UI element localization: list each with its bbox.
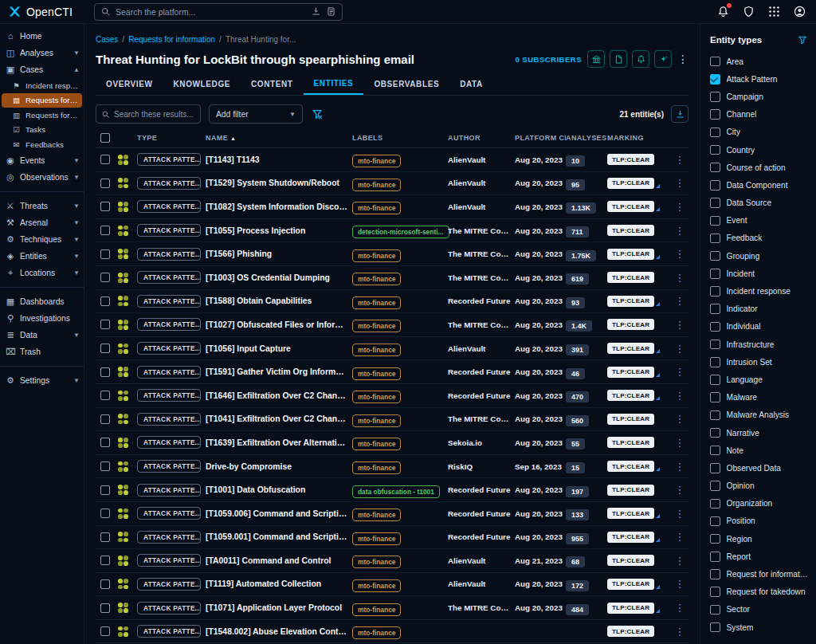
row-checkbox[interactable] (100, 626, 110, 636)
entity-type-checkbox[interactable] (710, 74, 720, 84)
row-menu-button[interactable]: ⋮ (673, 579, 687, 589)
entity-type-option-city[interactable]: City (710, 124, 808, 141)
entity-type-checkbox[interactable] (710, 392, 720, 402)
filter-icon[interactable] (797, 34, 808, 45)
entity-type-checkbox[interactable] (710, 57, 720, 67)
marking-chip[interactable]: TLP:CLEAR (607, 461, 654, 472)
subscribers-button[interactable]: 0 SUBSCRIBERS (515, 55, 582, 64)
row-checkbox[interactable] (100, 461, 110, 471)
type-chip[interactable]: ATTACK PATTE... (137, 578, 201, 591)
tab-data[interactable]: DATA (449, 73, 493, 95)
entity-type-checkbox[interactable] (710, 481, 720, 491)
sidebar-item-tasks[interactable]: ☑Tasks (0, 123, 84, 138)
export-button[interactable] (671, 105, 688, 123)
type-chip[interactable]: ATTACK PATTE... (137, 413, 201, 426)
entity-type-option-incident-response[interactable]: Incident response (710, 282, 808, 300)
column-header-author[interactable]: AUTHOR (448, 134, 515, 142)
label-chip[interactable]: mto-finance (352, 556, 401, 568)
apps-button[interactable] (767, 5, 781, 18)
sidebar-item-requests-for-infor[interactable]: ▤Requests for infor... (2, 93, 82, 108)
marking-chip[interactable]: TLP:CLEAR (607, 626, 654, 637)
marking-chip[interactable]: TLP:CLEAR (607, 390, 654, 401)
marking-chip[interactable]: TLP:CLEAR (607, 555, 654, 566)
bank-button[interactable] (587, 50, 605, 68)
marking-chip[interactable]: TLP:CLEAR (607, 178, 654, 189)
marking-chip[interactable]: TLP:CLEAR (607, 579, 654, 590)
entity-type-checkbox[interactable] (710, 128, 720, 138)
entity-type-option-indicator[interactable]: Indicator (710, 300, 808, 318)
entity-type-option-individual[interactable]: Individual (710, 318, 808, 336)
row-checkbox[interactable] (100, 485, 110, 495)
entity-type-option-channel[interactable]: Channel (710, 106, 808, 124)
column-header-type[interactable]: TYPE (137, 134, 206, 142)
type-chip[interactable]: ATTACK PATTE... (137, 342, 201, 355)
select-all-checkbox[interactable] (100, 133, 110, 143)
entity-type-checkbox[interactable] (710, 446, 720, 456)
row-checkbox[interactable] (100, 414, 110, 424)
label-chip[interactable]: mto-finance (352, 155, 401, 167)
marking-chip[interactable]: TLP:CLEAR (607, 508, 654, 519)
row-checkbox[interactable] (100, 273, 110, 282)
table-row[interactable]: ATTACK PATTE...[T1529] System Shutdown/R… (96, 172, 688, 196)
entity-name-link[interactable]: [T1588] Obtain Capabilities (206, 296, 352, 305)
entity-type-checkbox[interactable] (710, 163, 720, 173)
entity-type-checkbox[interactable] (710, 304, 720, 314)
entity-name-link[interactable]: [T1059.001] Command and Scripting Interp… (206, 532, 352, 541)
entity-type-checkbox[interactable] (710, 234, 720, 244)
row-menu-button[interactable]: ⋮ (673, 509, 687, 519)
row-menu-button[interactable]: ⋮ (673, 202, 687, 212)
table-row[interactable]: ATTACK PATTE...[T1566] Phishingmto-finan… (96, 242, 688, 266)
entity-type-option-incident[interactable]: Incident (710, 265, 808, 282)
label-chip[interactable]: mto-finance (352, 273, 401, 285)
import-icon[interactable] (311, 6, 321, 17)
entity-type-checkbox[interactable] (710, 145, 720, 155)
type-chip[interactable]: ATTACK PATTE... (137, 436, 201, 449)
row-checkbox[interactable] (100, 438, 110, 447)
marking-chip[interactable]: TLP:CLEAR (607, 485, 654, 496)
entity-type-option-campaign[interactable]: Campaign (710, 88, 808, 105)
label-chip[interactable]: mto-finance (352, 391, 401, 403)
entity-name-link[interactable]: [T1639] Exfiltration Over Alternative Pr… (206, 438, 352, 447)
marking-chip[interactable]: TLP:CLEAR (607, 603, 654, 614)
entity-name-link[interactable]: [T1041] Exfiltration Over C2 Channel (206, 414, 352, 423)
entity-type-checkbox[interactable] (710, 428, 720, 438)
entity-type-option-malware[interactable]: Malware (710, 389, 808, 406)
entity-name-link[interactable]: Drive-by Compromise (206, 462, 352, 471)
table-row[interactable]: ATTACK PATTE...[T1055] Process Injection… (96, 219, 688, 243)
label-chip[interactable]: mto-finance (352, 367, 401, 380)
label-chip[interactable]: mto-finance (352, 509, 401, 521)
breadcrumb-rfi-link[interactable]: Requests for information (128, 35, 215, 44)
type-chip[interactable]: ATTACK PATTE... (137, 224, 201, 237)
sidebar-item-requests-for-taked[interactable]: ▥Requests for taked... (0, 108, 84, 123)
entity-type-checkbox[interactable] (710, 269, 720, 279)
entity-type-option-note[interactable]: Note (710, 442, 808, 459)
row-checkbox[interactable] (100, 603, 110, 613)
row-menu-button[interactable]: ⋮ (673, 367, 687, 377)
sidebar-item-threats[interactable]: ⚔Threats▼ (0, 198, 84, 214)
table-row[interactable]: ATTACK PATTE...[T1588] Obtain Capabiliti… (96, 290, 688, 314)
row-checkbox[interactable] (100, 249, 110, 259)
entity-type-checkbox[interactable] (710, 216, 720, 226)
entity-name-link[interactable]: [T1059.006] Command and Scripting Interp… (206, 509, 352, 518)
entity-type-checkbox[interactable] (710, 499, 720, 509)
marking-chip[interactable]: TLP:CLEAR (607, 272, 654, 283)
type-chip[interactable]: ATTACK PATTE... (137, 200, 201, 213)
entity-name-link[interactable]: [TA0011] Command and Control (206, 556, 352, 565)
entity-type-option-data-component[interactable]: Data Component (710, 176, 808, 194)
entity-type-checkbox[interactable] (710, 180, 720, 190)
table-row[interactable]: ATTACK PATTE...[T1056] Input Capturemto-… (96, 337, 688, 361)
table-row[interactable]: ATTACK PATTE...[T1143] T1143mto-financeA… (96, 148, 688, 172)
row-checkbox[interactable] (100, 155, 110, 164)
ai-sparkle-button[interactable] (654, 50, 672, 68)
entity-type-option-data-source[interactable]: Data Source (710, 194, 808, 212)
marking-chip[interactable]: TLP:CLEAR (607, 319, 654, 330)
entity-type-option-report[interactable]: Report (710, 548, 808, 565)
row-checkbox[interactable] (100, 556, 110, 565)
entity-type-checkbox[interactable] (710, 322, 720, 332)
entity-type-checkbox[interactable] (710, 109, 720, 120)
entity-type-option-position[interactable]: Position (710, 512, 808, 530)
entity-name-link[interactable]: [T1143] T1143 (206, 155, 352, 164)
notifications-button[interactable] (716, 5, 730, 18)
row-menu-button[interactable]: ⋮ (673, 178, 687, 188)
row-checkbox[interactable] (100, 320, 110, 329)
